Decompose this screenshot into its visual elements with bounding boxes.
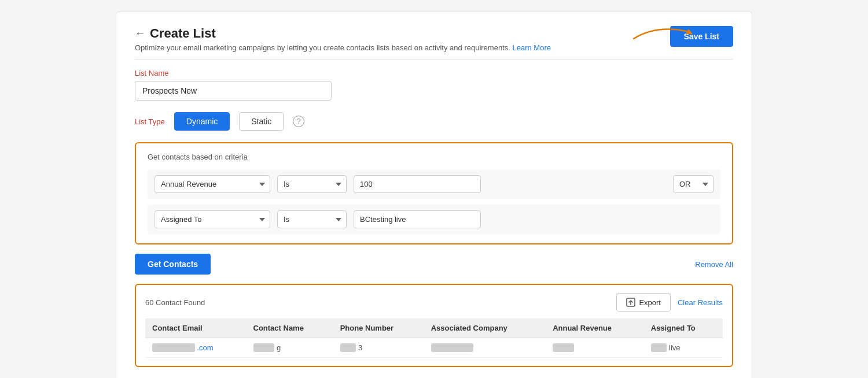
list-name-section: List Name xyxy=(135,69,733,101)
list-type-row: List Type Dynamic Static ? xyxy=(135,112,733,131)
cell-company: ████████ xyxy=(424,338,546,358)
table-header: Contact Email Contact Name Phone Number … xyxy=(145,318,723,338)
cell-revenue: ████ xyxy=(546,338,644,358)
info-icon[interactable]: ? xyxy=(293,116,304,127)
remove-all-link[interactable]: Remove All xyxy=(695,260,733,269)
operator-select-2[interactable]: Is Is Not Contains xyxy=(277,210,347,228)
export-icon xyxy=(626,298,635,307)
list-name-label: List Name xyxy=(135,69,733,77)
table-row: ████████ .com ████ g ███ 3 ████████ xyxy=(145,338,723,358)
list-name-input[interactable] xyxy=(135,81,332,101)
subtitle: Optimize your email marketing campaigns … xyxy=(135,43,551,52)
criteria-row-1: Annual Revenue Assigned To Contact Email… xyxy=(148,169,720,199)
col-header-revenue: Annual Revenue xyxy=(546,318,644,338)
save-list-button[interactable]: Save List xyxy=(670,26,733,47)
results-actions: Export Clear Results xyxy=(616,293,723,312)
learn-more-link[interactable]: Learn More xyxy=(512,43,550,52)
export-button[interactable]: Export xyxy=(616,293,671,312)
field-select-1[interactable]: Annual Revenue Assigned To Contact Email xyxy=(155,175,270,193)
save-btn-wrapper: Save List xyxy=(670,26,733,47)
criteria-row-2: Assigned To Annual Revenue Contact Email… xyxy=(148,205,720,234)
list-type-label: List Type xyxy=(135,117,165,126)
dynamic-button[interactable]: Dynamic xyxy=(174,112,230,131)
cell-email: ████████ .com xyxy=(145,338,247,358)
results-box: 60 Contact Found Export Clear Results Co… xyxy=(135,284,733,367)
contact-found-text: 60 Contact Found xyxy=(145,298,205,307)
col-header-phone: Phone Number xyxy=(333,318,424,338)
col-header-name: Contact Name xyxy=(247,318,333,338)
actions-row: Get Contacts Remove All xyxy=(135,254,733,275)
criteria-title: Get contacts based on criteria xyxy=(148,153,720,161)
clear-results-link[interactable]: Clear Results xyxy=(678,298,723,307)
header-row: Contact Email Contact Name Phone Number … xyxy=(145,318,723,338)
back-title: ← Create List xyxy=(135,26,551,41)
value-input-2[interactable] xyxy=(354,210,481,228)
results-header: 60 Contact Found Export Clear Results xyxy=(145,293,723,312)
page-title: Create List xyxy=(150,26,216,41)
get-contacts-button[interactable]: Get Contacts xyxy=(135,254,211,275)
criteria-box: Get contacts based on criteria Annual Re… xyxy=(135,142,733,244)
back-arrow-icon[interactable]: ← xyxy=(135,28,145,40)
field-select-2[interactable]: Assigned To Annual Revenue Contact Email xyxy=(155,210,270,228)
page-container: ← Create List Optimize your email market… xyxy=(116,12,752,378)
value-input-1[interactable] xyxy=(354,175,481,193)
header-divider xyxy=(135,59,733,60)
results-table: Contact Email Contact Name Phone Number … xyxy=(145,318,723,358)
cell-assigned: ███ live xyxy=(644,338,723,358)
title-area: ← Create List Optimize your email market… xyxy=(135,26,551,52)
operator-select-1[interactable]: Is Is Not Contains xyxy=(277,175,347,193)
col-header-company: Associated Company xyxy=(424,318,546,338)
table-body: ████████ .com ████ g ███ 3 ████████ xyxy=(145,338,723,358)
cell-name: ████ g xyxy=(247,338,333,358)
col-header-email: Contact Email xyxy=(145,318,247,338)
cell-phone: ███ 3 xyxy=(333,338,424,358)
static-button[interactable]: Static xyxy=(239,112,284,131)
col-header-assigned: Assigned To xyxy=(644,318,723,338)
connector-select-1[interactable]: OR AND xyxy=(673,175,713,193)
header-row: ← Create List Optimize your email market… xyxy=(135,26,733,52)
